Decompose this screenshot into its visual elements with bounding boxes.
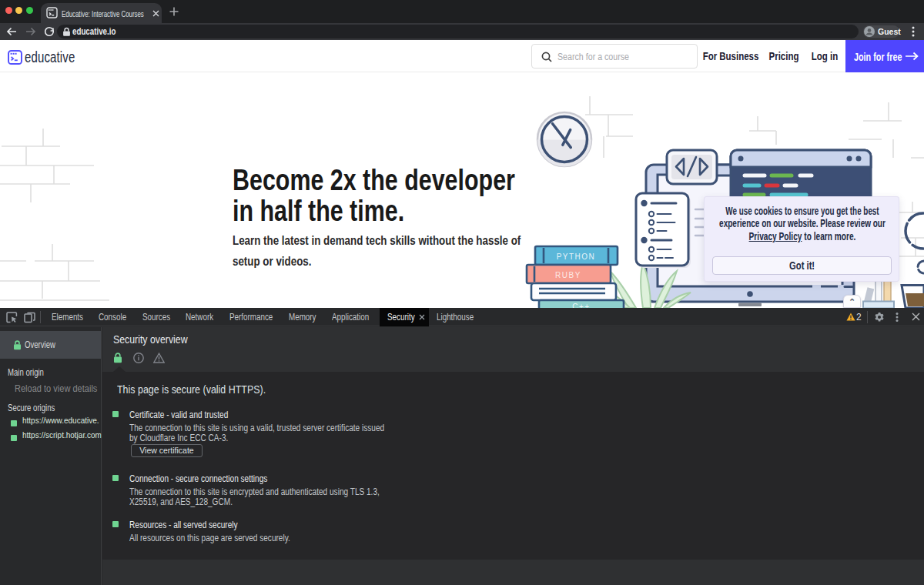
svg-text:C++: C++ [572, 303, 590, 308]
svg-text:RUBY: RUBY [555, 271, 581, 279]
svg-text:PYTHON: PYTHON [557, 252, 596, 261]
